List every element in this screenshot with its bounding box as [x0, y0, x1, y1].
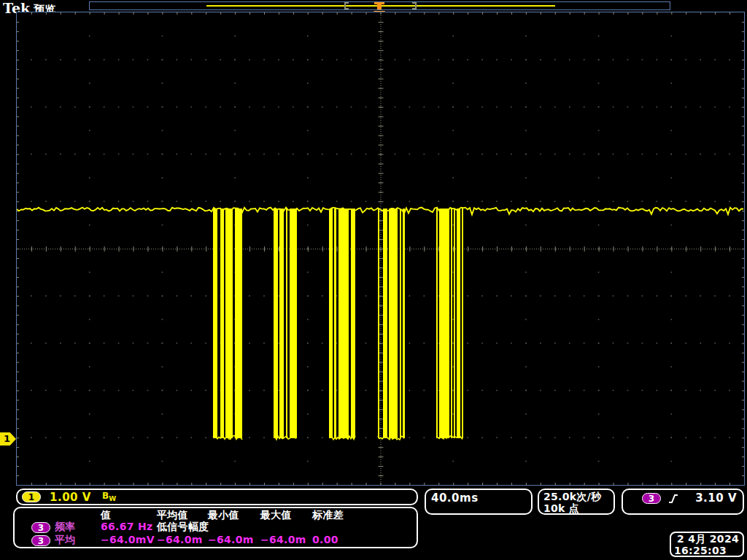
time-value: 16:25:03	[674, 545, 727, 556]
channel1-readout-box: 1 1.00 V BW	[16, 489, 418, 505]
measurement-row-mean: −64.0m	[157, 534, 203, 545]
channel1-ground-marker: 1	[0, 432, 16, 446]
horizontal-scale-value: 40.0ms	[431, 491, 479, 505]
measurement-row-warning: 低信号幅度	[157, 521, 209, 534]
measurement-row-min: −64.0m	[208, 534, 254, 545]
measurement-row-max: −64.0m	[260, 534, 306, 545]
channel1-scale: 1.00 V	[50, 491, 91, 504]
measurement-row-badge: 3	[31, 522, 50, 533]
trigger-source-badge: 3	[642, 493, 661, 504]
rising-edge-slope-icon	[668, 493, 678, 505]
trigger-position-marker-stem	[377, 2, 382, 9]
zoom-window-left-bracket-icon	[344, 2, 349, 9]
measurement-row-stddev: 0.00	[312, 534, 338, 545]
ch1-waveform	[17, 12, 744, 485]
acquisition-box: 25.0k次/秒 10k 点	[538, 489, 615, 515]
column-header-max: 最大值	[260, 509, 292, 522]
measurement-row-value: 66.67 Hz	[101, 521, 152, 532]
trigger-readout-box: 3 3.10 V	[622, 489, 744, 515]
trigger-level-value: 3.10 V	[695, 491, 737, 505]
record-length-value: 10k 点	[543, 502, 579, 516]
channel1-ground-marker-label: 1	[4, 433, 10, 444]
zoom-window-right-bracket-icon	[412, 2, 417, 9]
graticule	[16, 12, 745, 486]
bandwidth-limit-icon: BW	[102, 491, 116, 502]
column-header-stddev: 标准差	[312, 509, 344, 522]
datetime-box: 2 4月 2024 16:25:03	[670, 532, 744, 557]
measurement-row-badge: 3	[31, 535, 50, 546]
measurement-row-value: −64.0mV	[101, 534, 155, 545]
horizontal-scale-box: 40.0ms	[425, 489, 533, 515]
column-header-min: 最小值	[208, 509, 239, 522]
measurement-row-label: 平均	[55, 534, 76, 547]
measurement-row-label: 频率	[55, 521, 76, 534]
measurement-table: 值 平均值 最小值 最大值 标准差 3 频率 66.67 Hz 低信号幅度 3 …	[13, 507, 418, 548]
channel1-badge: 1	[22, 491, 41, 502]
acquisition-preview-bar	[89, 1, 670, 10]
